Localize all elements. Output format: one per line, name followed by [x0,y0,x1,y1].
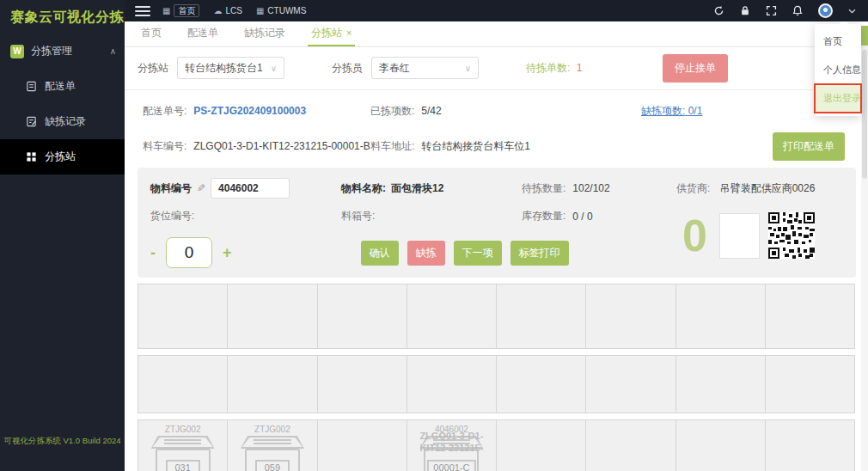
grid-cell [586,420,675,471]
topbar-app-home[interactable]: ▦ 首页 [162,4,199,17]
topbar-app-lcs[interactable]: ☁ LCS [213,6,241,15]
vertical-scrollbar[interactable] [861,47,868,471]
hamburger-menu-icon[interactable] [135,3,150,19]
missing-pick-button[interactable]: 缺拣 [407,241,445,266]
user-menu-item-home[interactable]: 首页 [815,28,861,56]
action-buttons: 确认 缺拣 下一项 标签打印 [361,241,569,266]
edit-icon[interactable]: ✎ [197,182,205,194]
missing-count-label: 缺拣项数: [641,105,685,117]
refresh-icon[interactable] [713,5,724,16]
quantity-input[interactable] [166,237,212,268]
fullscreen-icon[interactable] [766,5,777,16]
delivery-no-label: 配送单号: [143,104,186,119]
chevron-up-icon: ∧ [110,46,116,56]
grid-cell [407,356,497,413]
grid-cell [586,356,675,413]
sidebar-item-missing-pick-record[interactable]: 缺拣记录 [0,104,125,139]
next-item-button[interactable]: 下一项 [454,241,502,266]
material-row-1: 物料编号 ✎ 物料名称: 面包滑块12 待拣数量: 102/102 供货商: 吊… [150,178,843,199]
station-label: 分拣站 [138,61,168,76]
grid-cell[interactable]: 4046002ZLGQ01-3-D1- KIT12-231215-00001-C [407,420,497,471]
sidebar-item-sorting-station[interactable]: 分拣站 [0,139,125,174]
grid-cell [138,356,228,413]
bin-number: 059 [255,460,290,471]
tab-missing-pick-record[interactable]: 缺拣记录 [241,20,289,46]
grid-cell [228,284,317,348]
material-photo[interactable] [719,213,760,259]
minus-button[interactable]: - [150,244,156,262]
slot-no-label: 货位编号: [150,209,194,223]
label-print-button[interactable]: 标签打印 [510,241,569,266]
lock-icon[interactable] [740,5,750,16]
pick-qty-value: 102/102 [572,182,609,194]
bin-icon: 059 [239,436,306,471]
grid-cell [676,284,766,348]
chevron-down-icon[interactable] [848,9,856,14]
grid-cell[interactable]: ZTJG002031 [138,420,228,471]
grid-icon [26,151,37,162]
bin-material-code: 4046002 [407,425,496,434]
tab-sorting-station[interactable]: 分拣站× [308,20,355,46]
sorting-management-icon: W [10,45,24,58]
tab-label: 首页 [141,27,162,39]
picker-select[interactable]: 李春红 ∨ [371,57,479,79]
delivery-no-link[interactable]: PS-ZTJG202409100003 [193,105,306,117]
sidebar-item-delivery-order[interactable]: 配送单 [0,69,125,104]
material-code-input[interactable] [211,178,290,199]
order-info-row: 配送单号: PS-ZTJG202409100003 已拣项数: 5/42 缺拣项… [138,102,855,119]
sidebar-item-label: 分拣站 [45,150,76,164]
tab-label: 分拣站 [311,27,342,39]
chevron-down-icon: ∨ [271,64,277,73]
user-menu-item-profile[interactable]: 个人信息 [815,56,861,84]
bin-number: 031 [166,460,200,471]
grid-cell [497,420,586,471]
grid-row [138,284,855,349]
close-icon[interactable]: × [346,28,351,38]
print-delivery-order-button[interactable]: 打印配送单 [773,132,845,161]
divider [125,89,868,90]
bin-number: 00001-C [427,460,475,471]
picked-count-label: 已拣项数: [370,104,414,119]
pick-qty-label: 待拣数量: [522,181,565,196]
grid-cell [766,356,854,413]
pending-orders-label: 待拣单数: [526,62,570,74]
tab-home[interactable]: 首页 [138,20,165,46]
tab-delivery-order[interactable]: 配送单 [184,20,222,46]
cart-info-row: 料车编号: ZLGQ01-3-D1-KIT12-231215-00001-B 料… [138,133,855,159]
box-no-label: 料箱号: [341,209,375,223]
cart-no-value: ZLGQ01-3-D1-KIT12-231215-00001-B [193,140,370,152]
grid-cell[interactable]: ZTJG002059 [228,420,317,471]
tab-bar: 首页 配送单 缺拣记录 分拣站× [125,21,868,47]
qr-code[interactable] [768,212,815,259]
plus-button[interactable]: + [223,244,232,262]
document-icon [26,81,37,92]
bin-icon: 031 [150,436,217,471]
topbar-app-ctuwms[interactable]: ▦ CTUWMS [256,6,306,15]
scrollbar-thumb[interactable] [862,50,867,179]
picker-select-value: 李春红 [379,61,410,76]
missing-count-link[interactable]: 缺拣项数: 0/1 [641,105,702,117]
grid-cell [497,356,586,413]
cart-address-value: 转台结构接货台料车位1 [421,139,530,154]
station-toolbar: 分拣站 转台结构拣货台1 ∨ 分拣员 李春红 ∨ 待拣单数: 1 停止接单 [138,54,855,82]
user-dropdown-menu: 首页 个人信息 退出登录 [815,24,861,116]
quantity-stepper: - + [150,237,232,268]
station-select-value: 转台结构拣货台1 [185,61,263,76]
document-edit-icon [26,116,37,127]
material-name-value: 面包滑块12 [391,181,443,196]
user-menu-item-logout[interactable]: 退出登录 [815,84,861,113]
sidebar-group-sorting-management[interactable]: W 分拣管理 ∧ [0,34,125,69]
bell-icon[interactable] [792,5,803,16]
bin-icon: 00001-C [418,436,485,471]
grid-icon: ▦ [162,7,170,15]
confirm-button[interactable]: 确认 [361,241,399,266]
stop-receiving-button[interactable]: 停止接单 [663,54,728,83]
avatar[interactable] [818,3,833,18]
grid-cell [228,356,317,413]
station-select[interactable]: 转台结构拣货台1 ∨ [177,57,284,79]
grid-cell [497,284,586,348]
sidebar: 赛象云可视化分拣 W 分拣管理 ∧ 配送单 缺拣记录 分拣站 可视化分拣系统 V… [0,0,125,471]
grid-cell [318,420,407,471]
pending-orders: 待拣单数: 1 [526,61,582,76]
topbar: ▦ 首页 ☁ LCS ▦ CTUWMS [125,0,868,21]
